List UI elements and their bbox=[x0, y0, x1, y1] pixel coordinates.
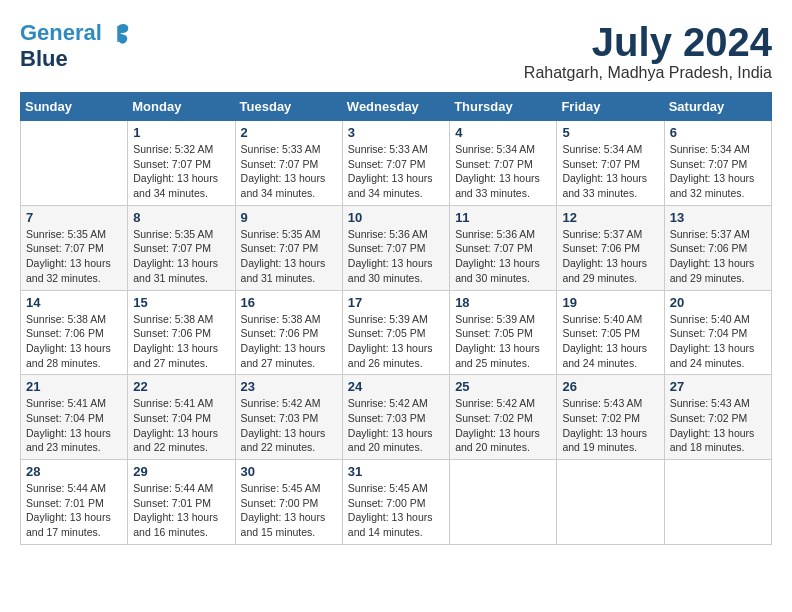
day-header-thursday: Thursday bbox=[450, 93, 557, 121]
cell-day-number: 23 bbox=[241, 379, 337, 394]
cell-day-number: 30 bbox=[241, 464, 337, 479]
cell-day-info: Sunrise: 5:35 AMSunset: 7:07 PMDaylight:… bbox=[26, 227, 122, 286]
calendar-cell: 21Sunrise: 5:41 AMSunset: 7:04 PMDayligh… bbox=[21, 375, 128, 460]
cell-day-number: 19 bbox=[562, 295, 658, 310]
calendar-week-2: 7Sunrise: 5:35 AMSunset: 7:07 PMDaylight… bbox=[21, 205, 772, 290]
calendar-cell: 28Sunrise: 5:44 AMSunset: 7:01 PMDayligh… bbox=[21, 460, 128, 545]
logo-text: General bbox=[20, 20, 132, 48]
cell-day-number: 26 bbox=[562, 379, 658, 394]
cell-day-number: 18 bbox=[455, 295, 551, 310]
calendar-cell: 16Sunrise: 5:38 AMSunset: 7:06 PMDayligh… bbox=[235, 290, 342, 375]
cell-day-number: 4 bbox=[455, 125, 551, 140]
cell-day-number: 20 bbox=[670, 295, 766, 310]
cell-day-number: 27 bbox=[670, 379, 766, 394]
calendar-cell bbox=[664, 460, 771, 545]
cell-day-info: Sunrise: 5:38 AMSunset: 7:06 PMDaylight:… bbox=[26, 312, 122, 371]
calendar-week-1: 1Sunrise: 5:32 AMSunset: 7:07 PMDaylight… bbox=[21, 121, 772, 206]
cell-day-number: 13 bbox=[670, 210, 766, 225]
logo: General Blue bbox=[20, 20, 132, 72]
cell-day-number: 15 bbox=[133, 295, 229, 310]
calendar-cell bbox=[21, 121, 128, 206]
calendar-cell: 31Sunrise: 5:45 AMSunset: 7:00 PMDayligh… bbox=[342, 460, 449, 545]
calendar-cell: 1Sunrise: 5:32 AMSunset: 7:07 PMDaylight… bbox=[128, 121, 235, 206]
calendar-cell: 22Sunrise: 5:41 AMSunset: 7:04 PMDayligh… bbox=[128, 375, 235, 460]
location-subtitle: Rahatgarh, Madhya Pradesh, India bbox=[524, 64, 772, 82]
cell-day-number: 8 bbox=[133, 210, 229, 225]
cell-day-number: 1 bbox=[133, 125, 229, 140]
calendar-cell: 25Sunrise: 5:42 AMSunset: 7:02 PMDayligh… bbox=[450, 375, 557, 460]
title-section: July 2024 Rahatgarh, Madhya Pradesh, Ind… bbox=[524, 20, 772, 82]
cell-day-info: Sunrise: 5:38 AMSunset: 7:06 PMDaylight:… bbox=[133, 312, 229, 371]
calendar-cell: 3Sunrise: 5:33 AMSunset: 7:07 PMDaylight… bbox=[342, 121, 449, 206]
cell-day-number: 29 bbox=[133, 464, 229, 479]
cell-day-info: Sunrise: 5:33 AMSunset: 7:07 PMDaylight:… bbox=[348, 142, 444, 201]
cell-day-number: 2 bbox=[241, 125, 337, 140]
cell-day-number: 11 bbox=[455, 210, 551, 225]
calendar-cell: 4Sunrise: 5:34 AMSunset: 7:07 PMDaylight… bbox=[450, 121, 557, 206]
cell-day-info: Sunrise: 5:34 AMSunset: 7:07 PMDaylight:… bbox=[670, 142, 766, 201]
calendar-cell: 18Sunrise: 5:39 AMSunset: 7:05 PMDayligh… bbox=[450, 290, 557, 375]
calendar-cell: 27Sunrise: 5:43 AMSunset: 7:02 PMDayligh… bbox=[664, 375, 771, 460]
calendar-cell: 29Sunrise: 5:44 AMSunset: 7:01 PMDayligh… bbox=[128, 460, 235, 545]
calendar-cell: 12Sunrise: 5:37 AMSunset: 7:06 PMDayligh… bbox=[557, 205, 664, 290]
cell-day-number: 24 bbox=[348, 379, 444, 394]
calendar-cell: 26Sunrise: 5:43 AMSunset: 7:02 PMDayligh… bbox=[557, 375, 664, 460]
day-header-sunday: Sunday bbox=[21, 93, 128, 121]
cell-day-info: Sunrise: 5:42 AMSunset: 7:03 PMDaylight:… bbox=[348, 396, 444, 455]
calendar-cell: 24Sunrise: 5:42 AMSunset: 7:03 PMDayligh… bbox=[342, 375, 449, 460]
calendar-cell: 8Sunrise: 5:35 AMSunset: 7:07 PMDaylight… bbox=[128, 205, 235, 290]
cell-day-info: Sunrise: 5:39 AMSunset: 7:05 PMDaylight:… bbox=[455, 312, 551, 371]
cell-day-info: Sunrise: 5:32 AMSunset: 7:07 PMDaylight:… bbox=[133, 142, 229, 201]
cell-day-number: 21 bbox=[26, 379, 122, 394]
calendar-cell: 13Sunrise: 5:37 AMSunset: 7:06 PMDayligh… bbox=[664, 205, 771, 290]
calendar-cell: 5Sunrise: 5:34 AMSunset: 7:07 PMDaylight… bbox=[557, 121, 664, 206]
cell-day-info: Sunrise: 5:43 AMSunset: 7:02 PMDaylight:… bbox=[670, 396, 766, 455]
cell-day-info: Sunrise: 5:36 AMSunset: 7:07 PMDaylight:… bbox=[455, 227, 551, 286]
calendar-cell: 17Sunrise: 5:39 AMSunset: 7:05 PMDayligh… bbox=[342, 290, 449, 375]
cell-day-info: Sunrise: 5:33 AMSunset: 7:07 PMDaylight:… bbox=[241, 142, 337, 201]
calendar-week-5: 28Sunrise: 5:44 AMSunset: 7:01 PMDayligh… bbox=[21, 460, 772, 545]
logo-bird-icon bbox=[104, 20, 132, 48]
cell-day-info: Sunrise: 5:35 AMSunset: 7:07 PMDaylight:… bbox=[241, 227, 337, 286]
cell-day-number: 5 bbox=[562, 125, 658, 140]
cell-day-info: Sunrise: 5:39 AMSunset: 7:05 PMDaylight:… bbox=[348, 312, 444, 371]
cell-day-info: Sunrise: 5:45 AMSunset: 7:00 PMDaylight:… bbox=[241, 481, 337, 540]
calendar-week-3: 14Sunrise: 5:38 AMSunset: 7:06 PMDayligh… bbox=[21, 290, 772, 375]
cell-day-number: 6 bbox=[670, 125, 766, 140]
cell-day-info: Sunrise: 5:37 AMSunset: 7:06 PMDaylight:… bbox=[562, 227, 658, 286]
cell-day-info: Sunrise: 5:34 AMSunset: 7:07 PMDaylight:… bbox=[562, 142, 658, 201]
logo-blue: Blue bbox=[20, 46, 132, 72]
cell-day-number: 9 bbox=[241, 210, 337, 225]
calendar-cell: 30Sunrise: 5:45 AMSunset: 7:00 PMDayligh… bbox=[235, 460, 342, 545]
calendar-cell: 7Sunrise: 5:35 AMSunset: 7:07 PMDaylight… bbox=[21, 205, 128, 290]
cell-day-info: Sunrise: 5:45 AMSunset: 7:00 PMDaylight:… bbox=[348, 481, 444, 540]
calendar-cell: 10Sunrise: 5:36 AMSunset: 7:07 PMDayligh… bbox=[342, 205, 449, 290]
cell-day-number: 17 bbox=[348, 295, 444, 310]
cell-day-number: 22 bbox=[133, 379, 229, 394]
cell-day-number: 3 bbox=[348, 125, 444, 140]
calendar-table: SundayMondayTuesdayWednesdayThursdayFrid… bbox=[20, 92, 772, 545]
cell-day-info: Sunrise: 5:41 AMSunset: 7:04 PMDaylight:… bbox=[26, 396, 122, 455]
cell-day-info: Sunrise: 5:40 AMSunset: 7:04 PMDaylight:… bbox=[670, 312, 766, 371]
calendar-week-4: 21Sunrise: 5:41 AMSunset: 7:04 PMDayligh… bbox=[21, 375, 772, 460]
cell-day-info: Sunrise: 5:44 AMSunset: 7:01 PMDaylight:… bbox=[26, 481, 122, 540]
day-header-saturday: Saturday bbox=[664, 93, 771, 121]
cell-day-info: Sunrise: 5:41 AMSunset: 7:04 PMDaylight:… bbox=[133, 396, 229, 455]
calendar-cell: 19Sunrise: 5:40 AMSunset: 7:05 PMDayligh… bbox=[557, 290, 664, 375]
calendar-cell: 11Sunrise: 5:36 AMSunset: 7:07 PMDayligh… bbox=[450, 205, 557, 290]
cell-day-info: Sunrise: 5:42 AMSunset: 7:02 PMDaylight:… bbox=[455, 396, 551, 455]
day-header-friday: Friday bbox=[557, 93, 664, 121]
cell-day-info: Sunrise: 5:36 AMSunset: 7:07 PMDaylight:… bbox=[348, 227, 444, 286]
cell-day-info: Sunrise: 5:34 AMSunset: 7:07 PMDaylight:… bbox=[455, 142, 551, 201]
cell-day-number: 16 bbox=[241, 295, 337, 310]
cell-day-info: Sunrise: 5:43 AMSunset: 7:02 PMDaylight:… bbox=[562, 396, 658, 455]
calendar-cell: 6Sunrise: 5:34 AMSunset: 7:07 PMDaylight… bbox=[664, 121, 771, 206]
cell-day-info: Sunrise: 5:35 AMSunset: 7:07 PMDaylight:… bbox=[133, 227, 229, 286]
cell-day-number: 14 bbox=[26, 295, 122, 310]
month-year-title: July 2024 bbox=[524, 20, 772, 64]
cell-day-number: 12 bbox=[562, 210, 658, 225]
calendar-cell: 20Sunrise: 5:40 AMSunset: 7:04 PMDayligh… bbox=[664, 290, 771, 375]
cell-day-number: 28 bbox=[26, 464, 122, 479]
day-header-tuesday: Tuesday bbox=[235, 93, 342, 121]
cell-day-number: 10 bbox=[348, 210, 444, 225]
